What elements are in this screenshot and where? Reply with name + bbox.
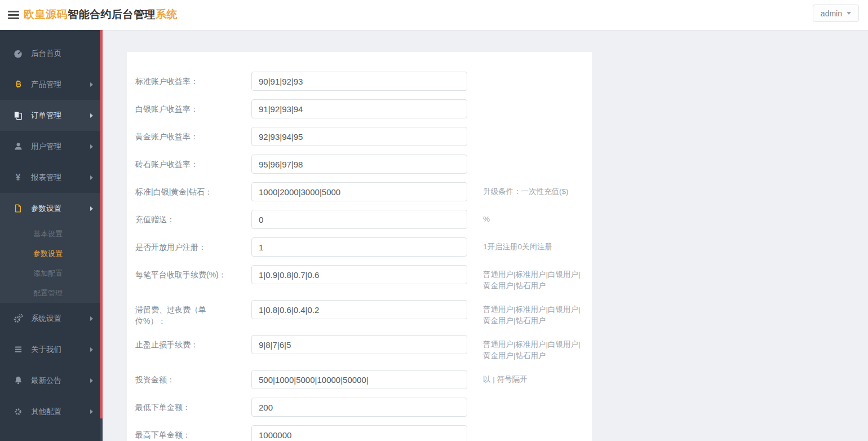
field-label: 止盈止损手续费： xyxy=(135,335,251,350)
max-order-input[interactable] xyxy=(251,425,467,441)
field-label: 最低下单金额： xyxy=(135,398,251,413)
sidebar-item-about[interactable]: 关于我们 xyxy=(0,334,103,365)
bell-icon xyxy=(12,376,24,385)
sidebar-item-label: 关于我们 xyxy=(31,345,61,355)
field-label: 砖石账户收益率： xyxy=(135,155,251,170)
form-row: 标准|白银|黄金|钻石： 升级条件：一次性充值($) xyxy=(135,182,592,201)
form-row: 白银账户收益率： xyxy=(135,99,592,118)
form-row: 黄金账户收益率： xyxy=(135,127,592,146)
sidebar-item-announcements[interactable]: 最新公告 xyxy=(0,365,103,396)
field-hint: 1开启注册0关闭注册 xyxy=(483,237,583,253)
sidebar-item-label: 产品管理 xyxy=(31,80,61,90)
sidebar-subitem-basic-settings[interactable]: 基本设置 xyxy=(0,224,103,244)
field-label: 滞留费、过夜费（单位%）： xyxy=(135,300,251,327)
field-hint xyxy=(483,72,583,76)
sidebar-item-other-config[interactable]: 其他配置 xyxy=(0,396,103,427)
field-hint xyxy=(483,425,583,429)
field-hint xyxy=(483,398,583,402)
field-label: 黄金账户收益率： xyxy=(135,127,251,142)
sidebar-item-products[interactable]: 产品管理 xyxy=(0,69,103,100)
sidebar-subitem-config-manage[interactable]: 配置管理 xyxy=(0,283,103,303)
list-icon xyxy=(12,345,24,354)
chevron-down-icon xyxy=(847,12,851,15)
cogs-icon xyxy=(12,313,24,324)
hamburger-menu-icon[interactable] xyxy=(8,11,19,21)
form-row: 投资金额： 以 | 符号隔开 xyxy=(135,370,592,389)
sidebar-item-system[interactable]: 系统设置 xyxy=(0,303,103,334)
field-hint: 升级条件：一次性充值($) xyxy=(483,182,583,197)
form-row: 充值赠送： % xyxy=(135,210,592,229)
invest-amount-input[interactable] xyxy=(251,370,467,389)
sidebar-item-reports[interactable]: ¥ 报表管理 xyxy=(0,162,103,193)
chevron-right-icon xyxy=(90,347,93,352)
main-content: 标准账户收益率： 白银账户收益率： 黄金账户收益率： 砖石账户收益率： 标准|白… xyxy=(103,30,868,441)
chevron-right-icon xyxy=(90,82,93,87)
user-icon xyxy=(12,142,24,151)
field-hint xyxy=(483,155,583,158)
field-label: 标准|白银|黄金|钻石： xyxy=(135,182,251,197)
sidebar-item-label: 其他配置 xyxy=(31,407,61,417)
form-row: 每笔平台收取手续费(%)： 普通用户|标准用户|白银用户|黄金用户|钻石用户 xyxy=(135,265,592,292)
sidebar-submenu: 基本设置 参数设置 添加配置 配置管理 xyxy=(0,224,103,303)
chevron-right-icon xyxy=(90,378,93,383)
chevron-right-icon xyxy=(90,316,93,321)
chevron-right-icon xyxy=(90,175,93,180)
app-title-middle: 智能合约后台管理 xyxy=(68,8,156,20)
upgrade-threshold-input[interactable] xyxy=(251,182,467,201)
sidebar-item-label: 参数设置 xyxy=(31,204,61,214)
form-row: 最低下单金额： xyxy=(135,398,592,417)
sidebar-subitem-add-config[interactable]: 添加配置 xyxy=(0,263,103,283)
platform-fee-input[interactable] xyxy=(251,265,467,284)
sidebar-subitem-param-settings[interactable]: 参数设置 xyxy=(0,244,103,263)
sidebar-item-label: 后台首页 xyxy=(31,48,61,59)
sidebar-open-group: 参数设置 基本设置 参数设置 添加配置 配置管理 xyxy=(0,193,103,303)
sidebar-item-dashboard[interactable]: 后台首页 xyxy=(0,38,103,69)
form-row: 滞留费、过夜费（单位%）： 普通用户|标准用户|白银用户|黄金用户|钻石用户 xyxy=(135,300,592,327)
standard-yield-input[interactable] xyxy=(251,72,467,91)
field-hint: 以 | 符号隔开 xyxy=(483,370,583,385)
chevron-right-icon xyxy=(90,409,93,414)
sidebar-item-users[interactable]: 用户管理 xyxy=(0,131,103,162)
gold-yield-input[interactable] xyxy=(251,127,467,146)
min-order-input[interactable] xyxy=(251,398,467,417)
field-label: 白银账户收益率： xyxy=(135,99,251,114)
diamond-yield-input[interactable] xyxy=(251,155,467,174)
sidebar-item-label: 系统设置 xyxy=(31,314,61,324)
yen-icon: ¥ xyxy=(12,173,24,182)
field-label: 充值赠送： xyxy=(135,210,251,225)
dashboard-icon xyxy=(12,48,24,59)
silver-yield-input[interactable] xyxy=(251,99,467,118)
field-hint: % xyxy=(483,210,583,225)
registration-toggle-input[interactable] xyxy=(251,237,467,257)
top-header: 欧皇源码智能合约后台管理系统 admin xyxy=(0,0,868,30)
field-hint: 普通用户|标准用户|白银用户|黄金用户|钻石用户 xyxy=(483,335,583,361)
app-title-accent-right: 系统 xyxy=(156,8,178,20)
recharge-bonus-input[interactable] xyxy=(251,210,467,229)
field-label: 是否开放用户注册： xyxy=(135,237,251,253)
sidebar: 后台首页 产品管理 订单管理 用户管理 ¥ 报表管理 xyxy=(0,30,103,441)
sidebar-item-params[interactable]: 参数设置 xyxy=(0,193,103,224)
form-row: 砖石账户收益率： xyxy=(135,155,592,174)
form-row: 止盈止损手续费： 普通用户|标准用户|白银用户|黄金用户|钻石用户 xyxy=(135,335,592,361)
field-label: 标准账户收益率： xyxy=(135,72,251,87)
sidebar-item-orders[interactable]: 订单管理 xyxy=(0,100,103,131)
field-hint xyxy=(483,127,583,131)
app-title: 欧皇源码智能合约后台管理系统 xyxy=(24,7,178,22)
field-label: 每笔平台收取手续费(%)： xyxy=(135,265,251,280)
copy-icon xyxy=(12,111,24,121)
chevron-right-icon xyxy=(90,113,93,118)
overnight-fee-input[interactable] xyxy=(251,300,467,319)
app-title-accent-left: 欧皇源码 xyxy=(24,8,68,20)
form-row: 标准账户收益率： xyxy=(135,72,592,91)
chevron-right-icon xyxy=(90,144,93,149)
user-menu-label: admin xyxy=(821,9,842,18)
sidebar-item-label: 最新公告 xyxy=(31,376,61,386)
stop-profit-loss-fee-input[interactable] xyxy=(251,335,467,354)
file-icon xyxy=(12,204,24,213)
chevron-right-icon xyxy=(90,206,93,211)
user-menu-button[interactable]: admin xyxy=(813,5,859,22)
settings-form-card: 标准账户收益率： 白银账户收益率： 黄金账户收益率： 砖石账户收益率： 标准|白… xyxy=(127,52,592,441)
field-hint xyxy=(483,99,583,103)
bitcoin-icon xyxy=(12,80,24,89)
form-row: 是否开放用户注册： 1开启注册0关闭注册 xyxy=(135,237,592,257)
